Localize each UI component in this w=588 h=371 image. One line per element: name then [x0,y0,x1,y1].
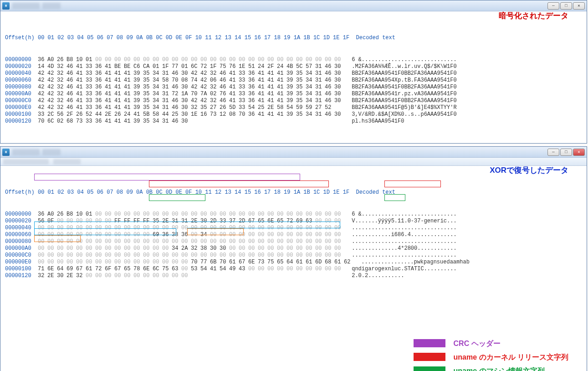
hex-window-encrypted: H ─ □ ✕ 暗号化されたデータ Offset(h) 00 01 02 03 … [0,0,587,144]
app-icon: H [2,149,10,156]
toolbar-blur [3,159,49,165]
hex-row: 000000C0 0000000000000000000000000000000… [5,252,582,259]
minimize-button[interactable]: ─ [547,2,559,10]
hex-row: 000000C0 4242324641333641414139353431463… [5,98,582,104]
title-blur-2 [42,3,61,9]
maximize-button[interactable]: □ [560,2,572,10]
hex-row: 000000A0 4242324641333641414139353431721… [5,91,582,98]
hex-row: 00000080 0000000000000000000000000000000… [5,238,582,245]
close-button[interactable]: ✕ [573,2,585,10]
title-blur-3 [12,149,40,155]
hex-row: 00000020 144D324641333641BEBEC6CA011F770… [5,63,582,70]
hex-row: 00000040 0000000000000000000000000000000… [5,225,582,232]
annotation-encrypted: 暗号化されたデータ [499,12,568,19]
hex-row: 00000020 560F000000000000FFFFFFFF352E313… [5,218,582,225]
hex-row: 000000E0 4242324641333641414139353431463… [5,104,582,111]
box-crc-header [34,174,300,180]
hex-row: 000000A0 0000000000000000000000000000342… [5,245,582,252]
legend: CRC ヘッダーuname のカーネル リリース文字列uname のマシン情報文… [414,339,568,371]
column-header-2: Offset(h) 00 01 02 03 04 05 06 07 08 09 … [5,189,582,196]
hex-window-decrypted: H ─ □ ✕ XORで復号したデータ Offset(h) 00 01 02 0… [0,146,587,371]
legend-label: uname のマシン情報文字列 [454,367,545,371]
legend-swatch [414,353,445,361]
minimize-button[interactable]: ─ [547,149,559,156]
hex-rows-2: 00000000 36A026B810010000000000000000000… [5,211,582,279]
title-blur-4 [42,149,61,155]
maximize-button[interactable]: □ [560,149,572,156]
titlebar-1[interactable]: H ─ □ ✕ [0,0,587,11]
toolbar-blur-2 [53,159,81,165]
close-button[interactable]: ✕ [573,149,585,156]
app-icon: H [2,2,10,10]
hex-content-2: XORで復号したデータ Offset(h) 00 01 02 03 04 05 … [0,166,587,371]
legend-item-red: uname のカーネル リリース文字列 [414,353,568,361]
hex-row: 00000000 36A026B810010000000000000000000… [5,57,582,63]
legend-swatch [414,339,445,347]
hex-row: 00000080 4242324641333641414139353431463… [5,84,582,91]
titlebar-2[interactable]: H ─ □ ✕ [0,147,587,158]
hex-row: 00000100 716E64696761726F6765786E6C75630… [5,266,582,273]
legend-item-purple: CRC ヘッダー [414,339,568,347]
annotation-decrypted: XORで復号したデータ [490,167,568,174]
box-kernel-text [384,180,441,187]
legend-item-green: uname のマシン情報文字列 [414,366,568,371]
hex-content-1: 暗号化されたデータ Offset(h) 00 01 02 03 04 05 06… [0,11,587,143]
toolbar [0,158,587,166]
title-blur-1 [12,3,40,9]
legend-swatch [414,366,445,371]
box-kernel-release [149,180,329,187]
hex-row: 000000E0 0000000000000000000000000000000… [5,259,582,266]
hex-row: 00000000 36A026B810010000000000000000000… [5,211,582,218]
hex-row: 00000060 0000000000000000000000006936383… [5,232,582,238]
hex-row: 00000040 4242324641333641414139353431463… [5,70,582,77]
hex-row: 00000100 332C562F2652442E2624415B5844253… [5,111,582,118]
hex-row: 00000060 4242324641333641414139353458700… [5,77,582,84]
hex-row: 00000120 706C026873333641414139353431463… [5,118,582,125]
hex-row: 00000120 322E302E32000000000000000000000… [5,273,582,279]
column-header-1: Offset(h) 00 01 02 03 04 05 06 07 08 09 … [5,35,582,41]
hex-rows-1: 00000000 36A026B810010000000000000000000… [5,57,582,125]
legend-label: CRC ヘッダー [454,340,501,347]
legend-label: uname のカーネル リリース文字列 [454,354,568,361]
